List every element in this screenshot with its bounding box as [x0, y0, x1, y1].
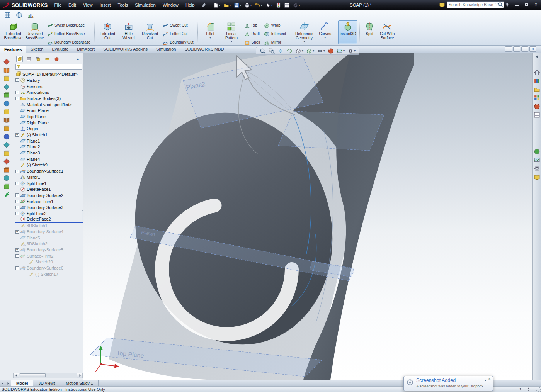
tree-item[interactable]: DeleteFace2 — [15, 217, 83, 223]
expander-icon[interactable]: + — [15, 212, 19, 215]
hide-show-items-icon[interactable] — [317, 48, 325, 54]
save-button[interactable] — [233, 1, 242, 9]
tree-item[interactable]: + Surface Bodies(3) — [15, 95, 83, 102]
dropbox-notification[interactable]: Screenshot Added A screenshot was added … — [403, 376, 493, 391]
undo-button[interactable] — [254, 1, 263, 9]
tree-item[interactable]: Sketch20 — [15, 259, 83, 265]
quick-tool-table-icon[interactable] — [4, 12, 11, 19]
expander-icon[interactable]: + — [15, 170, 19, 173]
expander-icon[interactable]: + — [15, 97, 19, 100]
tree-item[interactable]: Plane4 — [15, 156, 83, 162]
instant3d-button[interactable]: Instant3D — [338, 20, 357, 44]
tree-item[interactable]: 3D 3DSketch1 — [15, 223, 83, 229]
swept-boss-button[interactable]: Swept Boss/Base — [45, 22, 92, 29]
tree-header-chevron[interactable]: » — [77, 57, 79, 61]
left-toolbar-icon[interactable] — [3, 75, 10, 82]
lofted-cut-button[interactable]: Lofted Cut — [160, 31, 195, 38]
left-toolbar-icon[interactable] — [3, 133, 10, 140]
resize-grip[interactable] — [536, 387, 541, 392]
expander-icon[interactable]: + — [15, 206, 19, 209]
quick-tool-chart-icon[interactable] — [27, 12, 34, 19]
expander-icon[interactable]: + — [15, 230, 19, 234]
command-tab[interactable]: Features — [0, 46, 26, 53]
tree-item[interactable]: (-) Sketch17 — [15, 271, 83, 277]
left-toolbar-icon[interactable] — [3, 125, 10, 132]
reference-geometry-button[interactable]: Reference Geometry — [292, 20, 316, 44]
left-toolbar-icon[interactable] — [3, 166, 10, 173]
scene-icon[interactable] — [534, 157, 540, 163]
left-toolbar-icon[interactable] — [3, 117, 10, 124]
select-button[interactable] — [264, 1, 274, 9]
curves-button[interactable]: Curves — [316, 20, 334, 44]
tree-item[interactable]: - Boundary-Surface6 — [15, 265, 83, 271]
tree-item[interactable]: Origin — [15, 126, 83, 132]
expander-icon[interactable]: - — [15, 266, 19, 270]
expander-icon[interactable]: + — [15, 133, 19, 137]
expander-icon[interactable]: + — [15, 200, 19, 203]
left-toolbar-icon[interactable] — [3, 158, 10, 165]
new-document-button[interactable] — [212, 1, 221, 9]
menu-item[interactable]: Simulation — [131, 0, 159, 10]
close-button[interactable]: × — [532, 1, 540, 8]
left-toolbar-icon[interactable] — [3, 108, 10, 115]
solidworks-resources-icon[interactable] — [534, 69, 540, 76]
settings-icon[interactable] — [534, 165, 540, 172]
left-toolbar-icon[interactable] — [3, 175, 10, 182]
cut-with-surface-button[interactable]: Cut With Surface — [377, 20, 397, 44]
notification-settings-icon[interactable] — [482, 377, 486, 381]
tree-item[interactable]: Right Plane — [15, 120, 83, 126]
expander-icon[interactable]: + — [15, 248, 19, 252]
view-palette-icon[interactable] — [534, 95, 540, 101]
tree-item[interactable]: + A Annotations — [15, 89, 83, 95]
tree-item[interactable]: Plane1 — [15, 138, 83, 144]
left-toolbar-icon[interactable] — [3, 183, 10, 190]
tree-horizontal-scrollbar[interactable] — [13, 373, 83, 378]
command-tab[interactable]: Sketch — [26, 46, 48, 53]
tree-item[interactable]: + Boundary-Surface3 — [15, 204, 83, 210]
task-pane-collapse-button[interactable] — [533, 53, 541, 59]
tree-filter-input[interactable] — [22, 64, 81, 69]
tab-scroll-right-button[interactable] — [5, 381, 11, 386]
tree-item[interactable]: + Boundary-Surface5 — [15, 247, 83, 253]
menu-item[interactable]: Tools — [114, 0, 131, 10]
print-button[interactable] — [243, 1, 253, 9]
linear-pattern-button[interactable]: Linear Pattern — [221, 20, 242, 44]
apply-scene-icon[interactable] — [337, 48, 345, 54]
menu-item[interactable]: Window — [159, 0, 182, 10]
command-tab[interactable]: SOLIDWORKS MBD — [180, 46, 228, 53]
left-toolbar-icon[interactable] — [3, 83, 10, 90]
tree-item[interactable]: 3D 3DSketch2 — [15, 241, 83, 247]
command-tab[interactable]: Evaluate — [48, 46, 73, 53]
tree-item[interactable]: + Boundary-Surface1 — [15, 168, 83, 174]
tree-item[interactable]: + Split Line2 — [15, 210, 83, 217]
graphics-viewport[interactable]: Plane2 Plane1 Top Plane — [83, 53, 532, 380]
tree-item[interactable]: Sensors — [15, 83, 83, 90]
appearances-scenes-icon[interactable] — [534, 103, 540, 110]
tree-item[interactable]: + Boundary-Surface4 — [15, 229, 83, 235]
study-tab[interactable]: Motion Study 1 — [61, 380, 99, 387]
left-toolbar-icon[interactable] — [3, 150, 10, 157]
displaymanager-tab-icon[interactable] — [53, 56, 60, 62]
zoom-fit-icon[interactable] — [260, 48, 266, 54]
tree-item[interactable]: Plane3 — [15, 150, 83, 156]
tree-item[interactable]: Front Plane — [15, 107, 83, 114]
study-tab[interactable]: Model — [11, 380, 33, 387]
zoom-area-icon[interactable] — [269, 48, 275, 54]
menu-item[interactable]: Edit — [65, 0, 80, 10]
design-library-icon[interactable] — [534, 78, 540, 84]
tree-item[interactable]: Material <not specified> — [15, 102, 83, 108]
options-button[interactable] — [292, 1, 301, 9]
configurationmanager-tab-icon[interactable] — [35, 56, 41, 62]
draft-button[interactable]: Draft — [242, 31, 262, 38]
pin-button[interactable] — [503, 1, 511, 8]
command-tab[interactable]: SOLIDWORKS Add-Ins — [99, 46, 152, 53]
tree-item[interactable]: (-) Sketch9 — [15, 162, 83, 168]
menu-item[interactable]: Insert — [96, 0, 114, 10]
extruded-cut-button[interactable]: Extruded Cut — [97, 20, 118, 44]
command-tab[interactable]: Simulation — [152, 46, 180, 53]
expander-icon[interactable]: + — [15, 91, 19, 94]
tree-item[interactable]: Plane2 — [15, 144, 83, 150]
view-settings-icon[interactable] — [347, 48, 356, 54]
display-style-icon[interactable] — [306, 48, 314, 54]
expander-icon[interactable]: - — [15, 254, 19, 258]
